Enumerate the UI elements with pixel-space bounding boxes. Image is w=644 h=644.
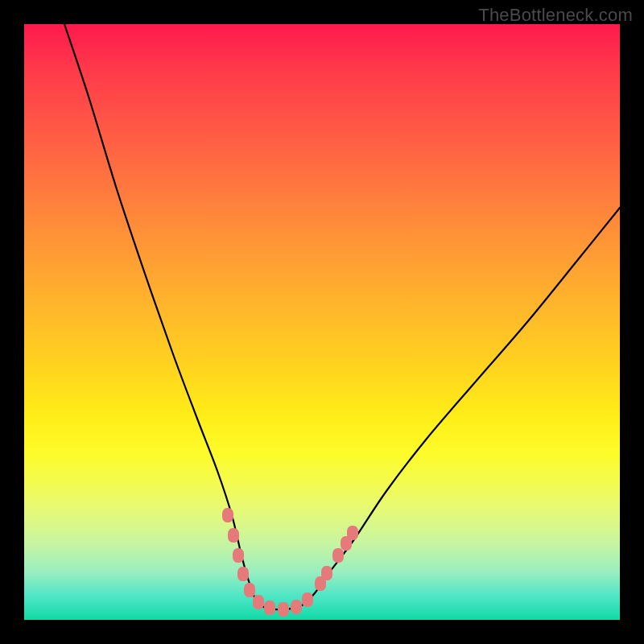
watermark-text: TheBottleneck.com xyxy=(478,5,633,26)
bottleneck-chart-svg xyxy=(0,0,644,644)
valley-marker xyxy=(347,526,358,540)
valley-marker xyxy=(264,601,275,615)
valley-marker xyxy=(332,548,344,563)
valley-marker xyxy=(228,528,239,543)
valley-marker xyxy=(253,595,264,609)
valley-marker xyxy=(291,600,302,614)
valley-marker xyxy=(237,567,249,581)
valley-marker xyxy=(321,566,332,580)
valley-marker xyxy=(302,592,313,607)
valley-marker xyxy=(244,583,255,597)
valley-marker xyxy=(222,508,233,522)
bottleneck-curve xyxy=(64,24,620,609)
valley-marker xyxy=(278,602,289,617)
valley-marker xyxy=(233,548,244,563)
